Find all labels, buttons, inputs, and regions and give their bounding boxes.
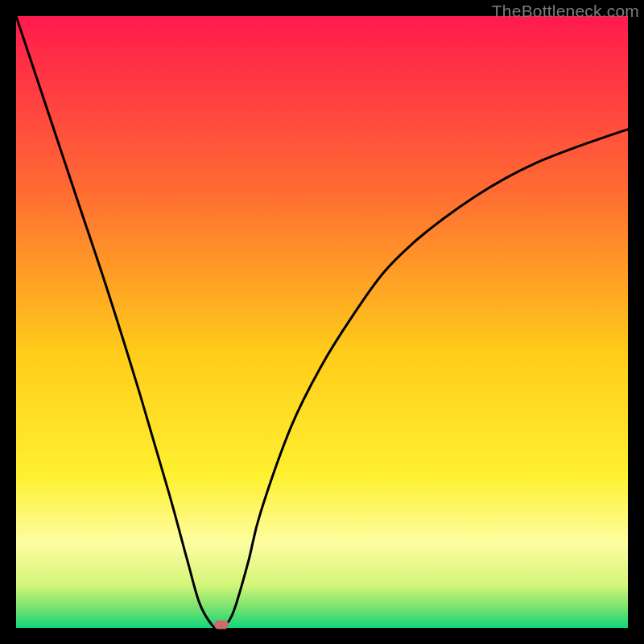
plot-frame: [16, 16, 628, 628]
background-gradient: [16, 16, 628, 628]
watermark-text: TheBottleneck.com: [492, 2, 639, 21]
optimal-marker: [214, 621, 229, 630]
